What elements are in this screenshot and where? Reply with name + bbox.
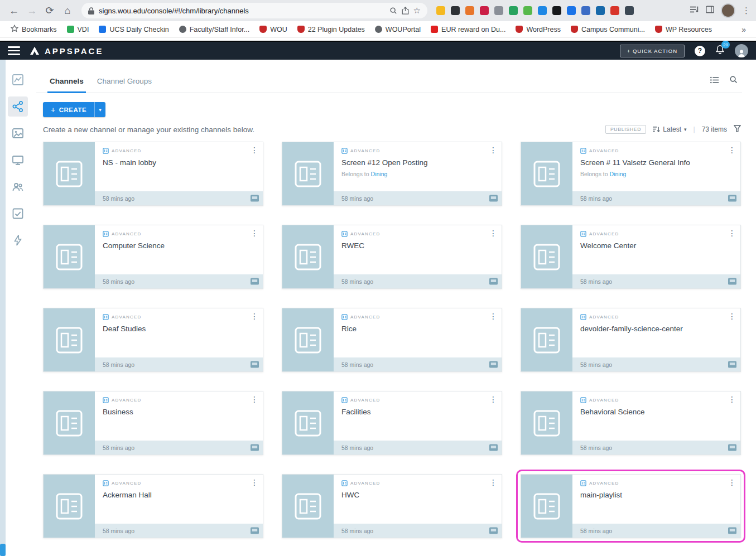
bookmarks-manager-button[interactable]: Bookmarks [6, 21, 62, 37]
browser-menu-icon[interactable]: ⋮ [742, 6, 750, 16]
channel-card[interactable]: ⋮ ADVANCED Welcome Center 58 mins ago [521, 225, 741, 289]
sidebar-item-devices[interactable] [8, 150, 28, 170]
extension-icon[interactable] [538, 6, 547, 15]
card-menu-button[interactable]: ⋮ [251, 478, 258, 486]
cast-icon[interactable] [728, 527, 736, 534]
card-menu-button[interactable]: ⋮ [251, 146, 258, 154]
browser-profile-avatar[interactable] [721, 3, 735, 18]
share-icon[interactable] [402, 7, 409, 14]
bookmark-item[interactable]: WP Resources [650, 21, 717, 37]
address-bar[interactable]: signs.wou.edu/console/#!/chm/library/cha… [81, 3, 427, 18]
extension-icon[interactable] [552, 6, 561, 15]
channel-card[interactable]: ⋮ ADVANCED Behavioral Science 58 mins ag… [521, 391, 741, 455]
filter-icon[interactable] [734, 125, 741, 134]
back-button[interactable]: ← [6, 2, 22, 19]
card-menu-button[interactable]: ⋮ [489, 146, 497, 154]
tab-channels[interactable]: Channels [43, 77, 90, 93]
bookmark-item[interactable]: 22 Plugin Updates [292, 21, 370, 37]
channel-card[interactable]: ⋮ ADVANCED devolder-family-science-cente… [521, 308, 741, 372]
help-button[interactable]: ? [695, 46, 705, 56]
extension-icon[interactable] [581, 6, 590, 15]
bookmark-item[interactable]: WOU [254, 21, 292, 37]
cast-icon[interactable] [728, 278, 736, 285]
cast-icon[interactable] [251, 361, 259, 368]
bookmark-item[interactable]: Campus Communi... [566, 21, 650, 37]
channel-card[interactable]: ⋮ ADVANCED main-playlist 58 mins ago [521, 474, 741, 538]
forward-button[interactable]: → [23, 2, 40, 19]
scroll-indicator[interactable] [0, 544, 6, 556]
extension-icon[interactable] [610, 6, 619, 15]
channel-card[interactable]: ⋮ ADVANCED Screen #12 Open Posting Belon… [282, 142, 502, 206]
user-avatar[interactable] [735, 44, 748, 57]
refresh-button[interactable]: ⟳ [41, 2, 58, 19]
channel-card[interactable]: ⋮ ADVANCED Facilities 58 mins ago [282, 391, 502, 455]
card-menu-button[interactable]: ⋮ [728, 229, 736, 237]
extension-icon[interactable] [480, 6, 489, 15]
bookmark-item[interactable]: EUR reward on Du... [426, 21, 511, 37]
extension-icon[interactable] [465, 6, 474, 15]
cast-icon[interactable] [489, 278, 498, 285]
sidebar-item-channels[interactable] [8, 96, 28, 117]
create-button[interactable]: + CREATE ▾ [43, 102, 105, 117]
cast-icon[interactable] [489, 527, 498, 534]
bookmark-item[interactable]: Faculty/Staff Infor... [174, 21, 254, 37]
search-icon[interactable] [389, 7, 397, 14]
card-menu-button[interactable]: ⋮ [728, 395, 736, 403]
card-menu-button[interactable]: ⋮ [728, 478, 736, 486]
bookmarks-overflow-icon[interactable]: » [737, 25, 750, 34]
bookmark-item[interactable]: UCS Daily Checkin [94, 21, 174, 37]
side-panel-icon[interactable] [706, 6, 714, 16]
channel-card[interactable]: ⋮ ADVANCED NS - main lobby 58 mins ago [43, 142, 263, 206]
card-menu-button[interactable]: ⋮ [489, 478, 497, 486]
create-dropdown-button[interactable]: ▾ [94, 102, 105, 117]
extension-icon[interactable] [523, 6, 532, 15]
sort-dropdown[interactable]: Latest ▾ [653, 125, 686, 133]
channel-card[interactable]: ⋮ ADVANCED RWEC 58 mins ago [282, 225, 502, 289]
appspace-logo[interactable]: APPSPACE [29, 46, 103, 56]
tab-channel-groups[interactable]: Channel Groups [90, 77, 158, 93]
sidebar-item-dashboard[interactable] [8, 70, 28, 90]
channel-card[interactable]: ⋮ ADVANCED Screen # 11 Valsetz General I… [521, 142, 741, 206]
belongs-link[interactable]: Dining [371, 171, 388, 177]
cast-icon[interactable] [251, 278, 259, 285]
card-menu-button[interactable]: ⋮ [489, 229, 497, 237]
bookmark-item[interactable]: WordPress [511, 21, 566, 37]
card-menu-button[interactable]: ⋮ [489, 312, 497, 320]
sidebar-item-library[interactable] [8, 123, 28, 143]
extension-icon[interactable] [509, 6, 518, 15]
channel-card[interactable]: ⋮ ADVANCED Rice 58 mins ago [282, 308, 502, 372]
bookmark-star-icon[interactable]: ☆ [413, 6, 421, 16]
card-menu-button[interactable]: ⋮ [251, 312, 258, 320]
list-view-icon[interactable] [710, 76, 719, 86]
cast-icon[interactable] [728, 195, 736, 202]
home-button[interactable]: ⌂ [59, 2, 76, 19]
cast-icon[interactable] [251, 195, 259, 202]
card-menu-button[interactable]: ⋮ [251, 229, 258, 237]
card-menu-button[interactable]: ⋮ [728, 312, 736, 320]
cast-icon[interactable] [489, 361, 498, 368]
bookmark-item[interactable]: WOUPortal [370, 21, 426, 37]
sidebar-item-extensions[interactable] [8, 230, 28, 250]
sidebar-item-users[interactable] [8, 177, 28, 197]
sidebar-item-tasks[interactable] [8, 204, 28, 224]
channel-card[interactable]: ⋮ ADVANCED Computer Science 58 mins ago [43, 225, 263, 289]
extension-icon[interactable] [567, 6, 576, 15]
card-menu-button[interactable]: ⋮ [489, 395, 497, 403]
extension-icon[interactable] [436, 6, 445, 15]
quick-action-button[interactable]: + QUICK ACTION [620, 45, 685, 57]
extension-icon[interactable] [625, 6, 634, 15]
channel-card[interactable]: ⋮ ADVANCED Ackerman Hall 58 mins ago [43, 474, 263, 538]
media-controls-icon[interactable] [690, 6, 699, 16]
channel-card[interactable]: ⋮ ADVANCED Deaf Studies 58 mins ago [43, 308, 263, 372]
cast-icon[interactable] [251, 444, 259, 451]
notifications-button[interactable]: 20 [715, 45, 725, 57]
extension-icon[interactable] [596, 6, 605, 15]
search-icon[interactable] [729, 75, 738, 86]
cast-icon[interactable] [728, 361, 736, 368]
card-menu-button[interactable]: ⋮ [251, 395, 258, 403]
channel-card[interactable]: ⋮ ADVANCED Business 58 mins ago [43, 391, 263, 455]
cast-icon[interactable] [489, 444, 498, 451]
cast-icon[interactable] [489, 195, 498, 202]
card-menu-button[interactable]: ⋮ [728, 146, 736, 154]
extension-icon[interactable] [451, 6, 460, 15]
